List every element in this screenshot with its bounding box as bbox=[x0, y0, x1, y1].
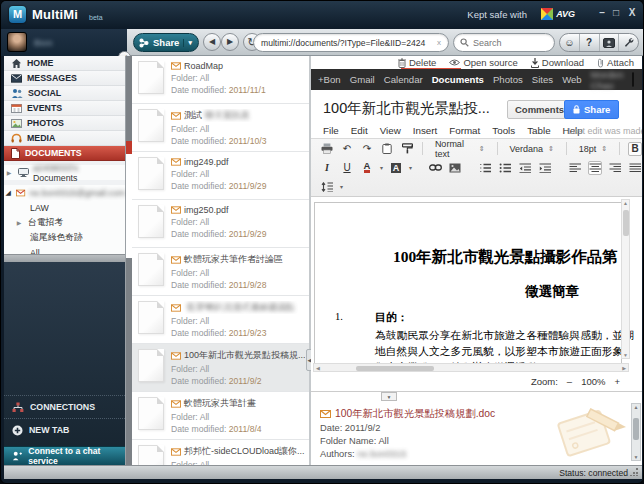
vscroll-thumb[interactable] bbox=[623, 210, 629, 236]
tree-folder-huwei[interactable]: 滬尾綠色奇跡 bbox=[4, 230, 125, 245]
undo-button[interactable]: ↶ bbox=[340, 142, 354, 156]
tree-computer-account[interactable]: ▶ a2408033's Documents bbox=[4, 165, 125, 180]
menu-item[interactable]: Tools bbox=[492, 125, 515, 136]
sidebar-item-home[interactable]: HOME bbox=[4, 56, 125, 71]
styles-dropdown[interactable]: Normal text⇕ bbox=[431, 141, 489, 156]
address-input[interactable] bbox=[261, 38, 433, 48]
help-button[interactable]: ? bbox=[580, 34, 600, 51]
sidebar-item-connections[interactable]: CONNECTIONS bbox=[4, 395, 125, 418]
menu-item[interactable]: Format bbox=[449, 125, 480, 136]
highlight-dropdown[interactable]: ▾ bbox=[409, 164, 412, 171]
highlight-button[interactable]: A bbox=[389, 161, 403, 175]
file-list-item[interactable]: 藍芽喇叭沈浸式連線建議點 Folder: All Date modified: … bbox=[132, 296, 309, 344]
document-page[interactable]: 100年新北市觀光景點攝影作品第 徵選簡章 1. 目的： 為鼓勵民眾分享在新北市… bbox=[314, 202, 622, 363]
google-tab[interactable]: +Bon bbox=[318, 74, 341, 85]
sidebar-item-photos[interactable]: PHOTOS bbox=[4, 116, 125, 131]
text-color-button[interactable]: A bbox=[360, 161, 374, 175]
sidebar-item-events[interactable]: EVENTS bbox=[4, 101, 125, 116]
menu-item[interactable]: Edit bbox=[351, 125, 368, 136]
format-painter-button[interactable] bbox=[400, 142, 414, 156]
tree-splitter[interactable] bbox=[4, 254, 125, 262]
align-center-button[interactable] bbox=[588, 161, 602, 175]
align-left-button[interactable] bbox=[568, 161, 582, 175]
menu-item[interactable]: Table bbox=[527, 125, 550, 136]
open-source-button[interactable]: Open source bbox=[449, 57, 517, 68]
file-list-item[interactable]: img249.pdf Folder: All Date modified: 20… bbox=[132, 152, 309, 200]
google-user-name[interactable]: Morden Chao bbox=[591, 69, 624, 91]
zoom-out-button[interactable]: – bbox=[567, 376, 572, 387]
doc-share-button[interactable]: Share bbox=[564, 100, 619, 119]
bold-button[interactable]: B bbox=[628, 142, 642, 156]
file-list-item[interactable]: 軟體玩家共筆作者討論區 Folder: All Date modified: 2… bbox=[132, 248, 309, 296]
selected-file-name[interactable]: 100年新北市觀光景點投稿規劃.doc bbox=[320, 407, 495, 421]
menu-item[interactable]: View bbox=[380, 125, 401, 136]
feedback-button[interactable] bbox=[600, 34, 620, 51]
bulleted-list-button[interactable] bbox=[498, 161, 512, 175]
document-hscrollbar[interactable]: ◀ ▶ bbox=[313, 363, 629, 372]
numbered-list-button[interactable] bbox=[478, 161, 492, 175]
scroll-up-icon[interactable]: ▲ bbox=[632, 404, 640, 410]
file-list-item[interactable]: RoadMap Folder: All Date modified: 2011/… bbox=[132, 56, 309, 104]
indent-button[interactable] bbox=[538, 161, 552, 175]
info-scrollbar[interactable]: ▲ ▼ bbox=[631, 403, 641, 461]
search-bar[interactable] bbox=[453, 33, 555, 52]
file-list-item[interactable]: 邦邦忙-sideCLOUDload讓你... Folder: All bbox=[132, 440, 309, 465]
sidebar-item-social[interactable]: SOCIAL bbox=[4, 86, 125, 101]
file-list-item[interactable]: 測試 聊天室訊息 Folder: All Date modified: 2011… bbox=[132, 104, 309, 152]
google-avatar[interactable] bbox=[632, 72, 634, 87]
attach-button[interactable]: Attach bbox=[597, 57, 634, 68]
print-button[interactable] bbox=[320, 142, 334, 156]
google-tab[interactable]: Gmail bbox=[350, 74, 375, 85]
menu-item[interactable]: Insert bbox=[413, 125, 438, 136]
sidebar-item-new-tab[interactable]: NEW TAB bbox=[4, 418, 125, 441]
line-spacing-dropdown[interactable]: ▾ bbox=[340, 183, 343, 190]
info-collapse-button[interactable]: ▼ bbox=[381, 392, 397, 401]
font-size-dropdown[interactable]: 18pt⇕ bbox=[575, 141, 611, 156]
tree-folder-law[interactable]: LAW bbox=[4, 200, 125, 215]
insert-image-button[interactable] bbox=[448, 161, 462, 175]
scroll-left-icon[interactable]: ◀ bbox=[314, 365, 322, 371]
google-tab[interactable]: Documents bbox=[432, 74, 484, 85]
share-button[interactable]: Share ▾ bbox=[133, 33, 199, 52]
redo-button[interactable]: ↷ bbox=[360, 142, 374, 156]
resize-grip[interactable] bbox=[630, 468, 638, 476]
minimize-button[interactable]: – bbox=[595, 7, 609, 18]
expander-icon[interactable]: ▶ bbox=[4, 169, 14, 176]
file-list-item[interactable]: img250.pdf Folder: All Date modified: 20… bbox=[132, 200, 309, 248]
google-tab[interactable]: Calendar bbox=[384, 74, 423, 85]
expander-icon[interactable]: ▶ bbox=[14, 219, 24, 226]
download-button[interactable]: Download bbox=[531, 57, 584, 68]
scroll-down-icon[interactable]: ▼ bbox=[632, 454, 640, 460]
address-bar[interactable]: x bbox=[253, 33, 449, 52]
italic-button[interactable]: I bbox=[320, 161, 334, 175]
connect-chat-bar[interactable]: Connect to a chat service bbox=[4, 446, 125, 465]
user-avatar[interactable] bbox=[7, 32, 27, 52]
scroll-right-icon[interactable]: ▶ bbox=[620, 365, 628, 371]
scroll-down-icon[interactable]: ▼ bbox=[622, 352, 629, 358]
document-canvas[interactable]: 100年新北市觀光景點攝影作品第 徵選簡章 1. 目的： 為鼓勵民眾分享在新北市… bbox=[311, 197, 642, 363]
scroll-up-icon[interactable]: ▲ bbox=[622, 200, 629, 206]
info-scroll-thumb[interactable] bbox=[633, 418, 639, 440]
menu-item[interactable]: File bbox=[323, 125, 339, 136]
settings-button[interactable] bbox=[619, 34, 638, 51]
maximize-button[interactable]: □ bbox=[609, 7, 623, 18]
outdent-button[interactable] bbox=[518, 161, 532, 175]
text-color-dropdown[interactable]: ▾ bbox=[380, 164, 383, 171]
sidebar-item-documents[interactable]: DOCUMENTS bbox=[4, 146, 125, 161]
zoom-in-button[interactable]: + bbox=[614, 376, 620, 387]
share-dropdown-arrow[interactable]: ▾ bbox=[183, 39, 192, 47]
tree-gmail-account[interactable]: ◢ ne.bon0315@gmail.com bbox=[4, 185, 125, 200]
hscroll-thumb[interactable] bbox=[356, 366, 434, 371]
sidebar-item-messages[interactable]: MESSAGES bbox=[4, 71, 125, 86]
delete-button[interactable]: Delete bbox=[398, 57, 436, 68]
google-tab[interactable]: Sites bbox=[532, 74, 553, 85]
emoticon-button[interactable]: ☺ bbox=[560, 34, 580, 51]
google-tab[interactable]: Web bbox=[562, 74, 582, 85]
close-button[interactable]: X bbox=[625, 7, 639, 18]
line-spacing-button[interactable] bbox=[320, 180, 334, 194]
align-right-button[interactable] bbox=[608, 161, 622, 175]
insert-link-button[interactable] bbox=[428, 161, 442, 175]
sidebar-item-media[interactable]: MEDIA bbox=[4, 131, 125, 146]
font-dropdown[interactable]: Verdana⇕ bbox=[505, 141, 557, 156]
forward-button[interactable]: ▶ bbox=[221, 33, 239, 51]
